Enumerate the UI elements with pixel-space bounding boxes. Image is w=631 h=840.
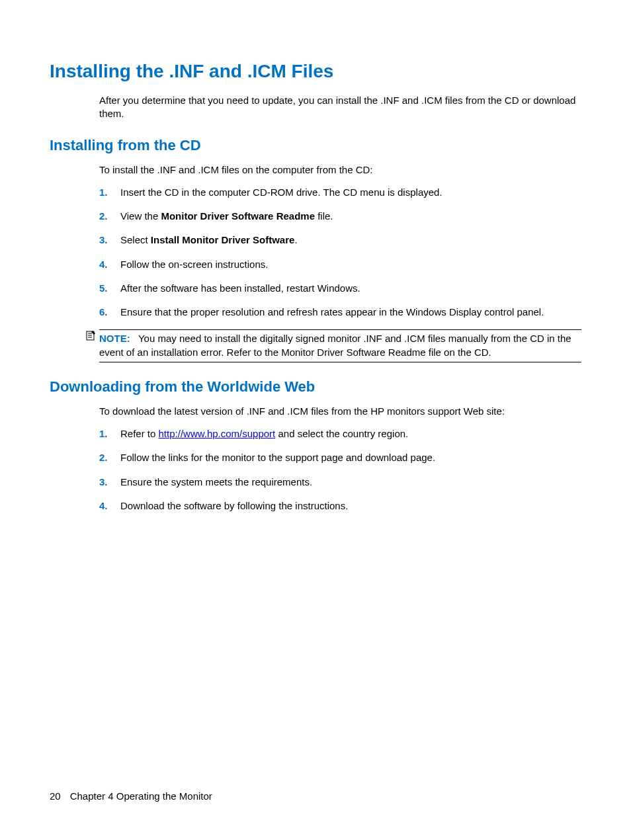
list-item: 1. Refer to http://www.hp.com/support an… — [99, 427, 581, 441]
step-number: 2. — [99, 210, 120, 223]
chapter-label: Chapter 4 Operating the Monitor — [70, 790, 212, 802]
intro-paragraph: After you determine that you need to upd… — [99, 94, 581, 121]
step-text: Select Install Monitor Driver Software. — [120, 233, 581, 247]
step-number: 1. — [99, 427, 120, 441]
list-item: 4. Download the software by following th… — [99, 499, 581, 513]
step-number: 6. — [99, 306, 120, 319]
list-item: 3. Select Install Monitor Driver Softwar… — [99, 233, 581, 247]
section-heading-web: Downloading from the Worldwide Web — [50, 378, 581, 396]
step-number: 2. — [99, 451, 120, 464]
page-title: Installing the .INF and .ICM Files — [50, 61, 581, 82]
step-text: After the software has been installed, r… — [120, 282, 581, 295]
step-number: 4. — [99, 499, 120, 513]
page-footer: 20Chapter 4 Operating the Monitor — [50, 790, 212, 802]
step-text: Insert the CD in the computer CD-ROM dri… — [120, 186, 581, 199]
cd-steps-list: 1. Insert the CD in the computer CD-ROM … — [99, 186, 581, 319]
note-label: NOTE: — [99, 333, 130, 344]
list-item: 5. After the software has been installed… — [99, 282, 581, 295]
section2-intro: To download the latest version of .INF a… — [99, 405, 581, 418]
step-text: Ensure the system meets the requirements… — [120, 476, 581, 489]
list-item: 3. Ensure the system meets the requireme… — [99, 476, 581, 489]
step-text: Follow the links for the monitor to the … — [120, 451, 581, 464]
note-text: You may need to install the digitally si… — [99, 333, 571, 357]
step-number: 3. — [99, 233, 120, 247]
section-heading-cd: Installing from the CD — [50, 137, 581, 154]
list-item: 6. Ensure that the proper resolution and… — [99, 306, 581, 319]
step-number: 5. — [99, 282, 120, 295]
step-text: Refer to http://www.hp.com/support and s… — [120, 427, 581, 441]
list-item: 2. Follow the links for the monitor to t… — [99, 451, 581, 464]
note-content: NOTE: You may need to install the digita… — [99, 329, 581, 362]
note-icon — [86, 330, 99, 344]
step-text: View the Monitor Driver Software Readme … — [120, 210, 581, 223]
section1-intro: To install the .INF and .ICM files on th… — [99, 163, 581, 177]
list-item: 1. Insert the CD in the computer CD-ROM … — [99, 186, 581, 199]
note-block: NOTE: You may need to install the digita… — [86, 329, 581, 362]
step-text: Follow the on-screen instructions. — [120, 258, 581, 271]
support-link[interactable]: http://www.hp.com/support — [159, 428, 276, 439]
step-number: 3. — [99, 476, 120, 489]
web-steps-list: 1. Refer to http://www.hp.com/support an… — [99, 427, 581, 513]
list-item: 2. View the Monitor Driver Software Read… — [99, 210, 581, 223]
step-text: Download the software by following the i… — [120, 499, 581, 513]
step-number: 1. — [99, 186, 120, 199]
list-item: 4. Follow the on-screen instructions. — [99, 258, 581, 271]
step-number: 4. — [99, 258, 120, 271]
page-number: 20 — [50, 790, 61, 802]
step-text: Ensure that the proper resolution and re… — [120, 306, 581, 319]
